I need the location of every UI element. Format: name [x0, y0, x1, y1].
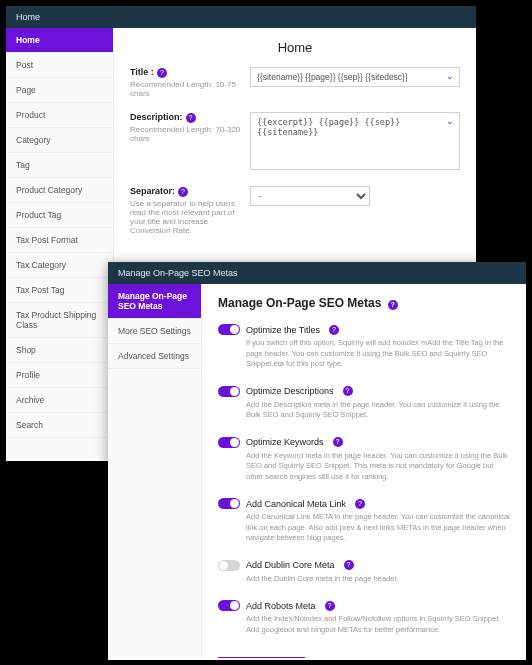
title-input[interactable]: [250, 67, 460, 87]
option-row: Optimize Descriptions?Add the Descriptio…: [218, 386, 510, 421]
toggle[interactable]: [218, 600, 240, 611]
separator-select[interactable]: -: [250, 186, 370, 206]
sidebar-item[interactable]: More SEO Settings: [108, 319, 201, 344]
toggle[interactable]: [218, 386, 240, 397]
help-icon[interactable]: ?: [178, 187, 188, 197]
option-row: Add Robots Meta?Add the Index/Noindex an…: [218, 600, 510, 635]
sidebar-item[interactable]: Home: [6, 28, 113, 53]
sidebar-item[interactable]: Advanced Settings: [108, 344, 201, 369]
option-label: Optimize the Titles: [246, 325, 320, 335]
sidebar-item[interactable]: Post: [6, 53, 113, 78]
option-row: Add Dublin Core Meta?Add the Dublin Core…: [218, 560, 510, 585]
help-icon[interactable]: ?: [344, 560, 354, 570]
option-desc: Add Canonical Link META in the page head…: [218, 512, 510, 544]
help-icon[interactable]: ?: [355, 499, 365, 509]
help-icon[interactable]: ?: [186, 113, 196, 123]
help-icon[interactable]: ?: [325, 601, 335, 611]
toggle[interactable]: [218, 437, 240, 448]
help-icon[interactable]: ?: [343, 386, 353, 396]
help-icon[interactable]: ?: [329, 325, 339, 335]
sidebar-item[interactable]: Tax Post Tag: [6, 278, 113, 303]
sidebar-item[interactable]: Tax Post Format: [6, 228, 113, 253]
sidebar-item[interactable]: Page: [6, 78, 113, 103]
sidebar: HomePostPageProductCategoryTagProduct Ca…: [6, 28, 114, 459]
sidebar-item[interactable]: Product Tag: [6, 203, 113, 228]
sidebar-item[interactable]: Manage On-Page SEO Metas: [108, 284, 201, 319]
save-settings-button[interactable]: Save Settings: [218, 657, 305, 658]
sep-hint: Use a separator to help users read the m…: [130, 199, 250, 235]
sidebar-item[interactable]: Product Category: [6, 178, 113, 203]
main-content: Manage On-Page SEO Metas ? Optimize the …: [202, 284, 526, 658]
option-row: Add Canonical Meta Link?Add Canonical Li…: [218, 498, 510, 544]
separator-label: Separator:: [130, 186, 175, 196]
option-desc: If you switch off this option, Squirrly …: [218, 338, 510, 370]
option-row: Optimize Keywords?Add the Keyword meta i…: [218, 437, 510, 483]
option-desc: Add the Index/Noindex and Follow/Nofollo…: [218, 614, 510, 635]
sep-label-group: Separator:? Use a separator to help user…: [130, 186, 250, 235]
sidebar: Manage On-Page SEO MetasMore SEO Setting…: [108, 284, 202, 658]
toggle[interactable]: [218, 560, 240, 571]
option-label: Add Robots Meta: [246, 601, 316, 611]
option-label: Optimize Keywords: [246, 437, 324, 447]
topbar: Home: [6, 6, 476, 28]
option-label: Optimize Descriptions: [246, 386, 334, 396]
page-title: Home: [130, 40, 460, 55]
sidebar-item[interactable]: Shop: [6, 338, 113, 363]
topbar: Manage On-Page SEO Metas: [108, 262, 526, 284]
sidebar-item[interactable]: Tax Product Shipping Class: [6, 303, 113, 338]
toggle[interactable]: [218, 498, 240, 509]
help-icon[interactable]: ?: [333, 437, 343, 447]
option-row: Optimize the Titles?If you switch off th…: [218, 324, 510, 370]
option-desc: Add the Description meta in the page hea…: [218, 400, 510, 421]
description-label: Description:: [130, 112, 183, 122]
option-desc: Add the Keyword meta in the page header.…: [218, 451, 510, 483]
help-icon[interactable]: ?: [157, 68, 167, 78]
description-input[interactable]: {{excerpt}} {{page}} {{sep}} {{sitename}…: [250, 112, 460, 170]
toggle[interactable]: [218, 324, 240, 335]
sidebar-item[interactable]: Search: [6, 413, 113, 438]
help-icon[interactable]: ?: [388, 300, 398, 310]
option-label: Add Canonical Meta Link: [246, 499, 346, 509]
title-label: Title :: [130, 67, 154, 77]
seo-metas-panel: Manage On-Page SEO Metas Manage On-Page …: [108, 262, 526, 660]
desc-label-group: Description:? Recommended Length: 70-320…: [130, 112, 250, 172]
sidebar-item[interactable]: Product: [6, 103, 113, 128]
sidebar-item[interactable]: Archive: [6, 388, 113, 413]
sidebar-item[interactable]: Category: [6, 128, 113, 153]
page-title: Manage On-Page SEO Metas ?: [218, 296, 510, 310]
sidebar-item[interactable]: Tag: [6, 153, 113, 178]
desc-hint: Recommended Length: 70-320 chars: [130, 125, 250, 143]
option-desc: Add the Dublin Core meta in the page hea…: [218, 574, 510, 585]
title-label-group: Title :? Recommended Length: 10-75 chars: [130, 67, 250, 98]
sidebar-item[interactable]: Profile: [6, 363, 113, 388]
title-hint: Recommended Length: 10-75 chars: [130, 80, 250, 98]
sidebar-item[interactable]: Tax Category: [6, 253, 113, 278]
option-label: Add Dublin Core Meta: [246, 560, 335, 570]
